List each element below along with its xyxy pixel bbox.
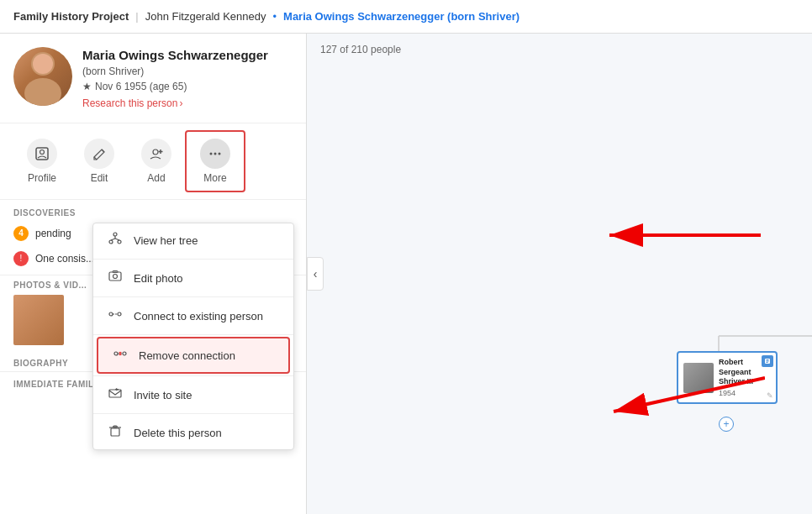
svg-point-36: [109, 240, 113, 244]
svg-point-1: [24, 78, 61, 106]
svg-point-6: [210, 152, 213, 155]
collapse-panel-button[interactable]: ‹: [307, 257, 324, 291]
svg-point-7: [214, 152, 217, 155]
dropdown-item-delete[interactable]: Delete this person: [93, 416, 293, 449]
svg-point-44: [109, 312, 113, 316]
svg-rect-20: [767, 359, 769, 360]
header-separator: |: [135, 10, 138, 23]
tree-connectors: [307, 34, 812, 514]
dropdown-separator-1: [93, 259, 293, 260]
svg-point-4: [40, 149, 45, 154]
edit-card-icon-robert-iii[interactable]: ✎: [767, 391, 773, 400]
svg-rect-22: [767, 362, 768, 363]
edit-photo-icon: [107, 270, 124, 286]
more-button-label: More: [203, 172, 226, 184]
dropdown-item-view-tree[interactable]: View her tree: [93, 223, 293, 257]
research-arrow-icon: ›: [179, 97, 182, 109]
svg-point-45: [118, 312, 121, 316]
profile-button[interactable]: Profile: [13, 130, 71, 192]
svg-line-39: [111, 239, 115, 240]
svg-rect-21: [767, 361, 769, 362]
svg-point-37: [118, 240, 121, 244]
pending-badge: 4: [13, 226, 29, 241]
person-card-inner-robert-iii: Robert Sergeant Shriver III 1954: [683, 358, 771, 397]
dropdown-item-view-tree-label: View her tree: [134, 234, 198, 247]
person-avatar-robert-iii: [683, 363, 714, 393]
delete-icon: [107, 424, 124, 441]
svg-point-42: [113, 275, 118, 279]
consistency-badge: !: [13, 251, 29, 266]
add-connection-robert-iii[interactable]: +: [719, 417, 734, 432]
app-title: Family History Project: [13, 10, 129, 23]
profile-info: Maria Owings Schwarzenegger (born Shrive…: [82, 47, 293, 109]
person-badge-robert-iii: [762, 355, 773, 367]
breadcrumb-link-1[interactable]: John Fitzgerald Kennedy: [145, 10, 266, 23]
person-name: Maria Owings Schwarzenegger: [82, 47, 293, 64]
svg-point-8: [219, 152, 221, 155]
profile-button-label: Profile: [28, 172, 56, 184]
svg-point-2: [33, 54, 53, 74]
remove-connection-icon: [112, 347, 129, 364]
dropdown-item-delete-label: Delete this person: [134, 427, 222, 439]
research-link[interactable]: Research this person ›: [82, 97, 293, 109]
dropdown-separator-3: [93, 334, 293, 335]
dropdown-separator-2: [93, 296, 293, 297]
edit-icon: [84, 139, 114, 169]
profile-section: Maria Owings Schwarzenegger (born Shrive…: [0, 34, 306, 123]
dropdown-item-remove[interactable]: Remove connection: [97, 337, 290, 374]
dropdown-item-connect[interactable]: Connect to existing person: [93, 299, 293, 333]
person-born-name: (born Shriver): [82, 66, 293, 77]
dropdown-item-connect-label: Connect to existing person: [134, 310, 263, 323]
dropdown-item-invite[interactable]: Invite to site: [93, 378, 293, 412]
add-button[interactable]: Add: [128, 130, 185, 192]
action-buttons-bar: Profile Edit: [0, 123, 306, 200]
dropdown-separator-5: [93, 413, 293, 414]
dropdown-item-edit-photo[interactable]: Edit photo: [93, 261, 293, 295]
svg-rect-54: [111, 428, 119, 436]
more-button[interactable]: More: [185, 130, 245, 192]
dropdown-separator-4: [93, 375, 293, 376]
svg-rect-41: [109, 272, 121, 281]
more-dropdown-menu: View her tree Edit photo Connect to exis…: [92, 223, 294, 450]
person-dates: ★ Nov 6 1955 (age 65): [82, 81, 293, 92]
breadcrumb-current: Maria Owings Schwarzenegger (born Shrive…: [283, 10, 519, 23]
dropdown-item-edit-photo-label: Edit photo: [134, 272, 183, 285]
svg-line-40: [115, 239, 119, 240]
photo-thumbnail: [13, 295, 64, 345]
add-button-label: Add: [147, 172, 165, 184]
svg-point-47: [114, 352, 118, 355]
invite-icon: [107, 386, 124, 403]
right-panel: ‹ 127 of 210 people: [307, 34, 812, 514]
tree-counter: 127 of 210 people: [320, 44, 401, 55]
svg-point-5: [153, 149, 158, 155]
dropdown-item-remove-label: Remove connection: [139, 349, 235, 362]
add-person-icon: [141, 139, 171, 169]
dropdown-item-invite-label: Invite to site: [134, 389, 192, 401]
more-icon: [200, 139, 230, 169]
app-header: Family History Project | John Fitzgerald…: [0, 0, 812, 34]
edit-button-label: Edit: [91, 172, 108, 184]
breadcrumb-dot: •: [272, 10, 277, 23]
person-card-robert-iii[interactable]: Robert Sergeant Shriver III 1954 ✎: [677, 351, 778, 404]
svg-point-48: [123, 352, 126, 355]
discoveries-label: DISCOVERIES: [0, 200, 306, 221]
view-tree-icon: [107, 232, 124, 249]
connect-icon: [107, 307, 124, 324]
profile-icon: [27, 139, 57, 169]
svg-rect-52: [109, 390, 121, 397]
edit-button[interactable]: Edit: [71, 130, 128, 192]
svg-marker-53: [115, 388, 119, 391]
avatar: [13, 47, 72, 106]
avatar-image: [13, 47, 72, 106]
arrow-to-more: [593, 214, 761, 256]
star-icon: ★: [82, 81, 92, 92]
svg-point-35: [113, 233, 117, 236]
person-year-robert-iii: 1954: [719, 389, 771, 397]
